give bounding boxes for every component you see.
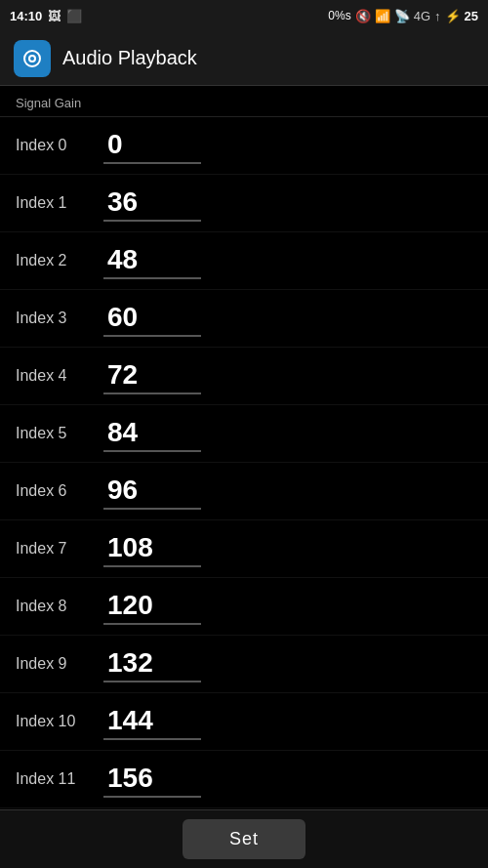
index-row: Index 1 [0,175,488,232]
index-label-7: Index 7 [16,540,103,558]
rows-container: Index 0Index 1Index 2Index 3Index 4Index… [0,117,488,809]
image-icon: 🖼 [48,9,61,23]
mute-icon: 🔇 [355,9,371,23]
index-label-11: Index 11 [16,770,103,788]
index-input-6[interactable] [103,473,201,510]
index-label-1: Index 1 [16,194,103,212]
notification-icon: ⬛ [66,9,82,23]
index-input-3[interactable] [103,300,201,337]
network-indicator: 0%s [328,9,350,22]
status-time: 14:10 [10,9,42,23]
app-header: Audio Playback [0,31,488,86]
index-input-11[interactable] [103,761,201,798]
index-label-8: Index 8 [16,598,103,615]
app-title: Audio Playback [62,47,197,69]
status-bar: 14:10 🖼 ⬛ 0%s 🔇 📶 📡 4G ↑ ⚡ 25 [0,0,488,31]
index-row: Index 9 [0,636,488,693]
upload-icon: ↑ [434,9,441,23]
index-list: Signal Gain Index 0Index 1Index 2Index 3… [0,86,488,809]
audio-playback-icon [20,47,44,70]
index-label-0: Index 0 [16,137,103,154]
index-input-2[interactable] [103,242,201,279]
index-row: Index 11 [0,751,488,808]
index-row: Index 4 [0,348,488,405]
set-button[interactable]: Set [183,819,305,859]
index-row: Index 10 [0,693,488,751]
index-label-3: Index 3 [16,310,103,327]
index-input-10[interactable] [103,703,201,740]
wifi-icon: 📶 [375,9,390,23]
index-input-5[interactable] [103,415,201,452]
index-label-4: Index 4 [16,367,103,385]
index-row: Index 0 [0,117,488,175]
status-left: 14:10 🖼 ⬛ [10,9,82,23]
index-input-8[interactable] [103,588,201,625]
app-icon [14,40,51,77]
battery-level: 25 [465,9,478,23]
svg-point-1 [30,57,34,61]
bottom-bar: Set [0,809,488,868]
index-row: Index 7 [0,520,488,578]
index-label-2: Index 2 [16,252,103,269]
index-input-7[interactable] [103,530,201,567]
index-input-9[interactable] [103,645,201,682]
index-row: Index 6 [0,463,488,520]
index-label-9: Index 9 [16,655,103,673]
index-row: Index 3 [0,290,488,348]
index-label-5: Index 5 [16,425,103,442]
index-label-10: Index 10 [16,713,103,730]
index-input-4[interactable] [103,357,201,394]
index-row: Index 5 [0,405,488,463]
4g-icon: 4G [414,9,430,23]
index-input-0[interactable] [103,127,201,164]
index-row: Index 8 [0,578,488,636]
status-right: 0%s 🔇 📶 📡 4G ↑ ⚡ 25 [328,9,478,23]
index-row: Index 2 [0,232,488,290]
top-label: Signal Gain [0,90,488,117]
signal-icon: 📡 [394,9,410,23]
index-label-6: Index 6 [16,482,103,500]
index-input-1[interactable] [103,185,201,222]
charging-icon: ⚡ [445,9,461,23]
